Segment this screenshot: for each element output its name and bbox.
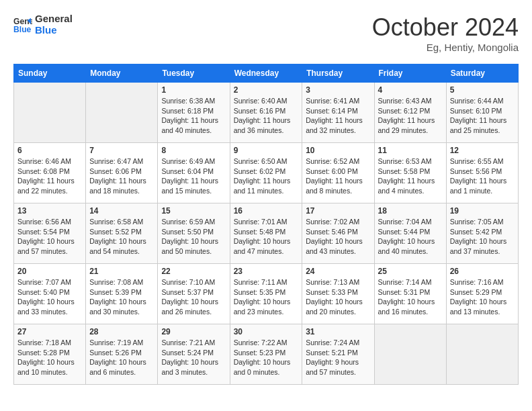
day-number: 21 <box>89 267 154 276</box>
calendar-cell: 29 Sunrise: 7:21 AMSunset: 5:24 PMDaylig… <box>158 324 230 385</box>
calendar-cell <box>374 324 446 385</box>
cell-content: Sunrise: 7:04 AMSunset: 5:44 PMDaylight:… <box>378 217 443 257</box>
calendar-week-3: 13 Sunrise: 6:56 AMSunset: 5:54 PMDaylig… <box>14 203 519 264</box>
cell-content: Sunrise: 7:16 AMSunset: 5:29 PMDaylight:… <box>450 277 515 317</box>
calendar-cell <box>446 324 518 385</box>
day-number: 1 <box>161 85 226 95</box>
cell-content: Sunrise: 7:22 AMSunset: 5:23 PMDaylight:… <box>234 338 299 377</box>
svg-text:Blue: Blue <box>13 25 32 34</box>
day-number: 16 <box>234 206 299 216</box>
weekday-header-sunday: Sunday <box>14 64 86 83</box>
weekday-header-saturday: Saturday <box>446 64 518 83</box>
calendar-cell: 20 Sunrise: 7:07 AMSunset: 5:40 PMDaylig… <box>14 264 86 324</box>
logo: General Blue General Blue <box>13 13 73 36</box>
day-number: 31 <box>306 327 370 336</box>
cell-content: Sunrise: 6:55 AMSunset: 5:56 PMDaylight:… <box>450 156 515 196</box>
day-number: 25 <box>378 267 443 276</box>
day-number: 22 <box>161 267 226 276</box>
calendar-cell: 13 Sunrise: 6:56 AMSunset: 5:54 PMDaylig… <box>14 203 86 264</box>
calendar-cell: 14 Sunrise: 6:58 AMSunset: 5:52 PMDaylig… <box>86 203 158 264</box>
cell-content: Sunrise: 6:59 AMSunset: 5:50 PMDaylight:… <box>161 217 226 257</box>
day-number: 27 <box>17 327 82 336</box>
day-number: 13 <box>17 206 82 216</box>
logo-general: General <box>35 13 73 25</box>
cell-content: Sunrise: 7:18 AMSunset: 5:28 PMDaylight:… <box>17 338 82 377</box>
calendar-cell: 17 Sunrise: 7:02 AMSunset: 5:46 PMDaylig… <box>302 203 374 264</box>
cell-content: Sunrise: 6:46 AMSunset: 6:08 PMDaylight:… <box>17 156 82 196</box>
day-number: 9 <box>234 146 299 155</box>
cell-content: Sunrise: 7:21 AMSunset: 5:24 PMDaylight:… <box>161 338 226 377</box>
calendar-cell: 1 Sunrise: 6:38 AMSunset: 6:18 PMDayligh… <box>158 83 230 143</box>
day-number: 8 <box>161 146 226 155</box>
day-number: 30 <box>234 327 299 336</box>
cell-content: Sunrise: 7:08 AMSunset: 5:39 PMDaylight:… <box>89 277 154 317</box>
month-title: October 2024 <box>372 13 519 42</box>
cell-content: Sunrise: 6:49 AMSunset: 6:04 PMDaylight:… <box>161 156 226 196</box>
calendar-cell <box>14 83 86 143</box>
location-subtitle: Eg, Hentiy, Mongolia <box>372 42 519 53</box>
day-number: 3 <box>306 85 370 95</box>
cell-content: Sunrise: 7:11 AMSunset: 5:35 PMDaylight:… <box>234 277 299 317</box>
day-number: 12 <box>450 146 515 155</box>
calendar-cell: 16 Sunrise: 7:01 AMSunset: 5:48 PMDaylig… <box>230 203 302 264</box>
cell-content: Sunrise: 7:02 AMSunset: 5:46 PMDaylight:… <box>306 217 370 257</box>
calendar-week-5: 27 Sunrise: 7:18 AMSunset: 5:28 PMDaylig… <box>14 324 519 385</box>
calendar-cell: 7 Sunrise: 6:47 AMSunset: 6:06 PMDayligh… <box>86 143 158 203</box>
cell-content: Sunrise: 6:53 AMSunset: 5:58 PMDaylight:… <box>378 156 443 196</box>
calendar-cell: 4 Sunrise: 6:43 AMSunset: 6:12 PMDayligh… <box>374 83 446 143</box>
day-number: 19 <box>450 206 515 216</box>
calendar-cell: 18 Sunrise: 7:04 AMSunset: 5:44 PMDaylig… <box>374 203 446 264</box>
calendar-cell: 6 Sunrise: 6:46 AMSunset: 6:08 PMDayligh… <box>14 143 86 203</box>
weekday-header-row: SundayMondayTuesdayWednesdayThursdayFrid… <box>14 64 519 83</box>
calendar-cell: 12 Sunrise: 6:55 AMSunset: 5:56 PMDaylig… <box>446 143 518 203</box>
cell-content: Sunrise: 6:44 AMSunset: 6:10 PMDaylight:… <box>450 96 515 136</box>
calendar-cell: 10 Sunrise: 6:52 AMSunset: 6:00 PMDaylig… <box>302 143 374 203</box>
cell-content: Sunrise: 7:05 AMSunset: 5:42 PMDaylight:… <box>450 217 515 257</box>
day-number: 7 <box>89 146 154 155</box>
cell-content: Sunrise: 6:41 AMSunset: 6:14 PMDaylight:… <box>306 96 370 136</box>
day-number: 18 <box>378 206 443 216</box>
calendar-cell: 22 Sunrise: 7:10 AMSunset: 5:37 PMDaylig… <box>158 264 230 324</box>
day-number: 28 <box>89 327 154 336</box>
day-number: 15 <box>161 206 226 216</box>
calendar-cell: 19 Sunrise: 7:05 AMSunset: 5:42 PMDaylig… <box>446 203 518 264</box>
weekday-header-monday: Monday <box>86 64 158 83</box>
calendar-cell: 28 Sunrise: 7:19 AMSunset: 5:26 PMDaylig… <box>86 324 158 385</box>
cell-content: Sunrise: 7:24 AMSunset: 5:21 PMDaylight:… <box>306 338 370 377</box>
cell-content: Sunrise: 6:40 AMSunset: 6:16 PMDaylight:… <box>234 96 299 136</box>
day-number: 14 <box>89 206 154 216</box>
calendar-cell <box>86 83 158 143</box>
calendar-cell: 31 Sunrise: 7:24 AMSunset: 5:21 PMDaylig… <box>302 324 374 385</box>
day-number: 24 <box>306 267 370 276</box>
cell-content: Sunrise: 6:50 AMSunset: 6:02 PMDaylight:… <box>234 156 299 196</box>
cell-content: Sunrise: 7:10 AMSunset: 5:37 PMDaylight:… <box>161 277 226 317</box>
weekday-header-thursday: Thursday <box>302 64 374 83</box>
day-number: 4 <box>378 85 443 95</box>
calendar-cell: 26 Sunrise: 7:16 AMSunset: 5:29 PMDaylig… <box>446 264 518 324</box>
title-block: October 2024 Eg, Hentiy, Mongolia <box>372 13 519 53</box>
calendar-week-4: 20 Sunrise: 7:07 AMSunset: 5:40 PMDaylig… <box>14 264 519 324</box>
cell-content: Sunrise: 6:38 AMSunset: 6:18 PMDaylight:… <box>161 96 226 136</box>
calendar-week-1: 1 Sunrise: 6:38 AMSunset: 6:18 PMDayligh… <box>14 83 519 143</box>
weekday-header-wednesday: Wednesday <box>230 64 302 83</box>
logo-icon: General Blue <box>13 15 32 34</box>
calendar-cell: 27 Sunrise: 7:18 AMSunset: 5:28 PMDaylig… <box>14 324 86 385</box>
calendar-cell: 5 Sunrise: 6:44 AMSunset: 6:10 PMDayligh… <box>446 83 518 143</box>
cell-content: Sunrise: 6:58 AMSunset: 5:52 PMDaylight:… <box>89 217 154 257</box>
calendar-cell: 11 Sunrise: 6:53 AMSunset: 5:58 PMDaylig… <box>374 143 446 203</box>
day-number: 10 <box>306 146 370 155</box>
logo-blue: Blue <box>35 25 73 36</box>
day-number: 11 <box>378 146 443 155</box>
calendar-cell: 3 Sunrise: 6:41 AMSunset: 6:14 PMDayligh… <box>302 83 374 143</box>
calendar-cell: 30 Sunrise: 7:22 AMSunset: 5:23 PMDaylig… <box>230 324 302 385</box>
cell-content: Sunrise: 7:13 AMSunset: 5:33 PMDaylight:… <box>306 277 370 317</box>
weekday-header-tuesday: Tuesday <box>158 64 230 83</box>
day-number: 6 <box>17 146 82 155</box>
day-number: 23 <box>234 267 299 276</box>
cell-content: Sunrise: 6:47 AMSunset: 6:06 PMDaylight:… <box>89 156 154 196</box>
calendar-table: SundayMondayTuesdayWednesdayThursdayFrid… <box>13 64 519 385</box>
calendar-cell: 24 Sunrise: 7:13 AMSunset: 5:33 PMDaylig… <box>302 264 374 324</box>
day-number: 29 <box>161 327 226 336</box>
weekday-header-friday: Friday <box>374 64 446 83</box>
day-number: 17 <box>306 206 370 216</box>
